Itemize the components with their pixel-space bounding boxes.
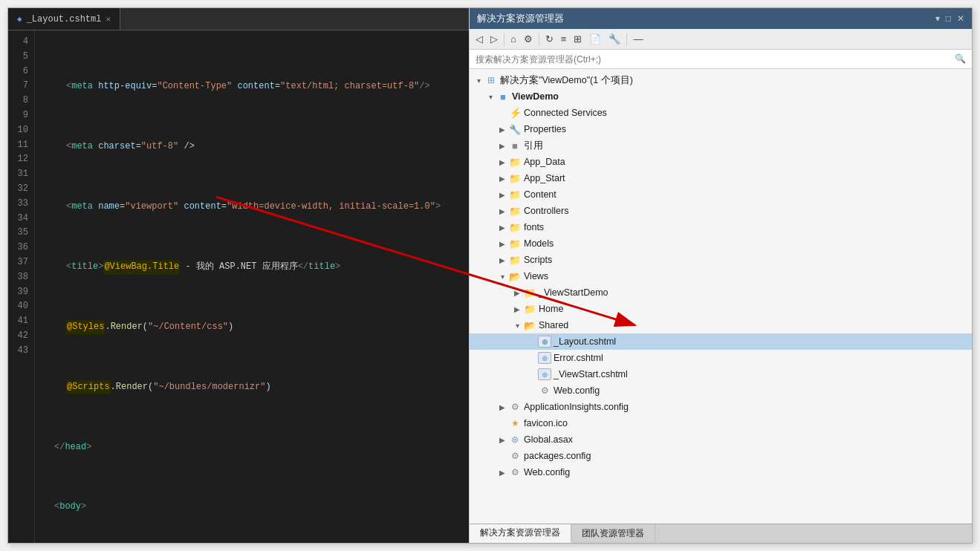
tree-item-shared[interactable]: ▾ 📂 Shared: [470, 317, 972, 333]
expand-icon[interactable]: ▶: [511, 305, 523, 313]
expand-icon[interactable]: ▶: [496, 207, 508, 215]
folder-icon: 📁: [508, 221, 522, 233]
project-label: ViewDemo: [512, 91, 559, 102]
tab-label: _Layout.cshtml: [27, 14, 102, 25]
expand-icon[interactable]: ▶: [496, 403, 508, 411]
expand-icon[interactable]: ▶: [496, 256, 508, 264]
models-label: Models: [524, 238, 554, 249]
tree-item-global-asax[interactable]: ▶ ⊛ Global.asax: [470, 431, 972, 448]
code-line: <meta http-equiv="Content-Type" content=…: [42, 79, 461, 95]
tree-item-solution[interactable]: ▾ ⊞ 解决方案"ViewDemo"(1 个项目): [470, 72, 972, 88]
refs-icon: ■: [508, 140, 522, 151]
editor-tab-layout[interactable]: ◆ _Layout.cshtml ✕: [8, 8, 120, 30]
tree-item-appinsights[interactable]: ▶ ⚙ ApplicationInsights.config: [470, 399, 972, 415]
solution-tree: ▾ ⊞ 解决方案"ViewDemo"(1 个项目) ▾ ■ ViewDemo ⚡…: [470, 69, 972, 524]
settings-icon[interactable]: ⚙: [521, 32, 536, 46]
tree-item-views[interactable]: ▾ 📂 Views: [470, 268, 972, 284]
project-icon: ■: [496, 91, 510, 102]
global-asax-label: Global.asax: [524, 434, 573, 445]
properties-button[interactable]: 🔧: [606, 32, 623, 46]
close-icon[interactable]: ✕: [106, 14, 111, 24]
tree-item-app-start[interactable]: ▶ 📁 App_Start: [470, 170, 972, 186]
refs-label: 引用: [524, 140, 543, 152]
back-button[interactable]: ◁: [473, 32, 486, 46]
bottom-tabs: 解决方案资源管理器 团队资源管理器: [470, 524, 972, 543]
tree-item-fonts[interactable]: ▶ 📁 fonts: [470, 219, 972, 235]
close-icon[interactable]: ✕: [957, 13, 964, 24]
expand-icon[interactable]: ▾: [511, 322, 523, 330]
tree-item-viewdemo[interactable]: ▾ ■ ViewDemo: [470, 88, 972, 105]
expand-icon[interactable]: ▾: [484, 93, 496, 101]
tree-item-app-data[interactable]: ▶ 📁 App_Data: [470, 154, 972, 170]
asax-icon: ⊛: [508, 434, 522, 446]
folder-icon: 📁: [508, 156, 522, 168]
show-all-files-button[interactable]: 📄: [586, 32, 604, 46]
code-line: </head>: [42, 440, 461, 456]
expand-icon[interactable]: ▶: [511, 289, 523, 297]
app-start-label: App_Start: [524, 173, 565, 183]
content-label: Content: [524, 189, 556, 200]
main-window: ◆ _Layout.cshtml ✕ 4 5 6 7 8 9 10 11 12 …: [7, 7, 973, 544]
code-line: <meta name="viewport" content="width=dev…: [42, 199, 461, 215]
collapse-button[interactable]: ≡: [558, 32, 570, 46]
connected-icon: ⚡: [508, 107, 522, 119]
header-icons: ▾ □ ✕: [935, 13, 964, 24]
expand-icon[interactable]: ▾: [473, 76, 484, 85]
tree-item-properties[interactable]: ▶ 🔧 Properties: [470, 121, 972, 137]
tree-item-layout-cshtml[interactable]: ⊕ _Layout.cshtml: [470, 333, 972, 350]
viewstartdemo-label: _ViewStartDemo: [539, 287, 609, 298]
show-all-button[interactable]: ⊞: [571, 32, 585, 46]
scripts-label: Scripts: [524, 255, 552, 265]
search-input[interactable]: [476, 54, 952, 65]
properties-label: Properties: [524, 124, 566, 134]
viewstart-cshtml-label: _ViewStart.cshtml: [554, 369, 628, 379]
config-icon: ⚙: [538, 385, 551, 397]
tree-item-refs[interactable]: ▶ ■ 引用: [470, 137, 972, 154]
appinsights-label: ApplicationInsights.config: [524, 402, 629, 412]
tree-item-content[interactable]: ▶ 📁 Content: [470, 186, 972, 203]
cshtml-icon: ⊕: [538, 352, 551, 364]
tree-item-favicon[interactable]: ★ favicon.ico: [470, 415, 972, 431]
tree-item-viewstart-cshtml[interactable]: ⊕ _ViewStart.cshtml: [470, 366, 972, 382]
expand-icon[interactable]: ▶: [496, 175, 508, 183]
folder-icon: 📁: [508, 189, 522, 200]
code-line: @Scripts.Render("~/bundles/modernizr"): [42, 379, 461, 396]
expand-icon[interactable]: ▶: [496, 240, 508, 248]
tree-item-viewstartdemo[interactable]: ▶ 📁 _ViewStartDemo: [470, 284, 972, 301]
tree-item-scripts[interactable]: ▶ 📁 Scripts: [470, 252, 972, 268]
expand-icon[interactable]: ▶: [496, 125, 508, 134]
pin-icon[interactable]: ▾: [935, 13, 940, 24]
refresh-button[interactable]: ↻: [542, 32, 556, 46]
tree-item-error-cshtml[interactable]: ⊕ Error.cshtml: [470, 350, 972, 366]
solution-panel: 解决方案资源管理器 ▾ □ ✕ ◁ ▷ ⌂ ⚙ ↻ ≡ ⊞ 📄 🔧 — 🔍: [469, 8, 972, 543]
tab-solution-explorer[interactable]: 解决方案资源管理器: [470, 524, 571, 543]
tree-item-web-config-shared[interactable]: ⚙ Web.config: [470, 382, 972, 399]
tree-item-web-config[interactable]: ▶ ⚙ Web.config: [470, 464, 972, 480]
expand-icon[interactable]: ▾: [496, 273, 508, 281]
tab-team-explorer[interactable]: 团队资源管理器: [571, 524, 655, 543]
tree-item-controllers[interactable]: ▶ 📁 Controllers: [470, 203, 972, 219]
forward-button[interactable]: ▷: [487, 32, 501, 46]
expand-icon[interactable]: ▶: [496, 158, 508, 166]
home-button[interactable]: ⌂: [507, 32, 519, 46]
connected-label: Connected Services: [524, 108, 607, 118]
expand-icon[interactable]: ▶: [496, 469, 508, 477]
float-icon[interactable]: □: [946, 13, 951, 24]
expand-icon[interactable]: ▶: [496, 142, 508, 150]
app-data-label: App_Data: [524, 157, 565, 167]
expand-icon[interactable]: ▶: [496, 436, 508, 444]
solution-icon: ⊞: [484, 74, 498, 86]
cshtml-icon: ⊕: [538, 336, 551, 348]
folder-icon: 📂: [508, 270, 522, 282]
shared-label: Shared: [539, 320, 568, 330]
expand-icon[interactable]: ▶: [496, 224, 508, 232]
expand-icon[interactable]: ▶: [496, 191, 508, 199]
tree-item-connected-services[interactable]: ⚡ Connected Services: [470, 105, 972, 121]
tree-item-packages-config[interactable]: ⚙ packages.config: [470, 448, 972, 464]
tree-item-home[interactable]: ▶ 📁 Home: [470, 301, 972, 317]
config-icon: ⚙: [508, 401, 522, 413]
filter-button[interactable]: —: [630, 32, 646, 46]
tree-item-models[interactable]: ▶ 📁 Models: [470, 235, 972, 252]
line-numbers: 4 5 6 7 8 9 10 11 12 31 32 33 34 35 36 3…: [8, 30, 35, 543]
code-line: <title> @ViewBag.Title - 我的 ASP.NET 应用程序…: [42, 259, 461, 276]
